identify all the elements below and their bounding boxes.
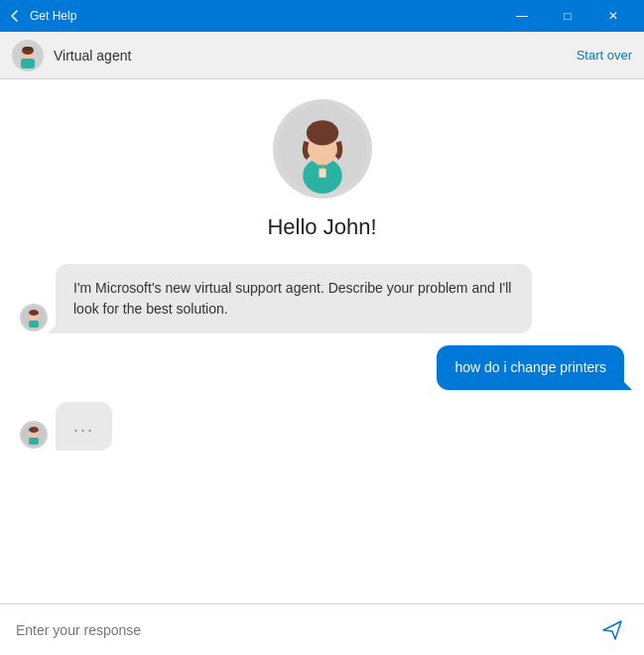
- svg-rect-18: [29, 438, 39, 445]
- send-icon: [601, 619, 623, 641]
- svg-point-15: [29, 310, 39, 316]
- small-avatar-typing: [20, 421, 48, 449]
- back-button[interactable]: [8, 9, 22, 23]
- window-controls: — □ ✕: [499, 0, 636, 32]
- send-button[interactable]: [596, 614, 628, 646]
- close-button[interactable]: ✕: [590, 0, 636, 32]
- agent-avatar-icon: [12, 40, 44, 71]
- chat-avatar-icon: [278, 104, 367, 194]
- svg-point-9: [306, 120, 337, 145]
- message-row: ...: [20, 402, 624, 451]
- svg-point-11: [321, 164, 324, 168]
- message-row: how do i change printers: [20, 345, 624, 390]
- svg-point-19: [29, 427, 39, 433]
- window-title: Get Help: [30, 9, 499, 23]
- small-avatar: [20, 304, 48, 331]
- agent-message-text: I'm Microsoft's new virtual support agen…: [73, 280, 511, 317]
- minimize-button[interactable]: —: [499, 0, 545, 32]
- avatar: [12, 40, 44, 71]
- svg-point-4: [23, 47, 33, 51]
- user-message-bubble: how do i change printers: [437, 345, 624, 390]
- title-bar: Get Help — □ ✕: [0, 0, 644, 32]
- typing-dots: ...: [73, 416, 94, 436]
- header-bar: Virtual agent Start over: [0, 32, 644, 79]
- chat-agent-avatar: [273, 99, 372, 198]
- maximize-button[interactable]: □: [545, 0, 590, 32]
- svg-rect-10: [319, 169, 325, 178]
- agent-message-bubble: I'm Microsoft's new virtual support agen…: [56, 264, 532, 333]
- agent-name-label: Virtual agent: [54, 48, 577, 64]
- small-avatar-icon-typing: [22, 423, 46, 447]
- greeting-text: Hello John!: [267, 214, 376, 240]
- input-area: [0, 603, 644, 655]
- message-row: I'm Microsoft's new virtual support agen…: [20, 264, 624, 333]
- response-input[interactable]: [16, 622, 596, 638]
- svg-rect-2: [21, 59, 35, 68]
- typing-indicator: ...: [56, 402, 112, 451]
- start-over-link[interactable]: Start over: [577, 48, 632, 63]
- small-avatar-icon: [22, 306, 46, 329]
- messages-container: I'm Microsoft's new virtual support agen…: [20, 264, 624, 451]
- chat-area: Hello John! I'm Microsoft's new virtual …: [0, 79, 644, 603]
- user-message-text: how do i change printers: [454, 359, 606, 375]
- svg-rect-14: [29, 321, 39, 328]
